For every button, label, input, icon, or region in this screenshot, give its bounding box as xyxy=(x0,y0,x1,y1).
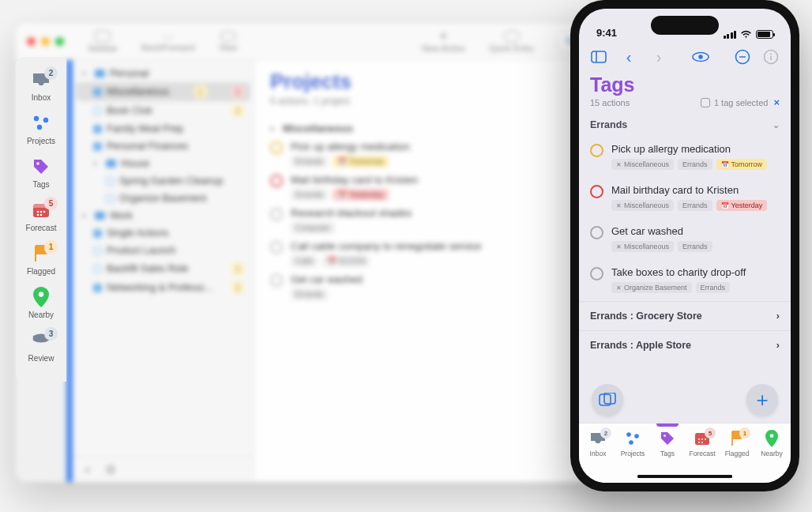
sidebar-icon[interactable] xyxy=(590,48,607,66)
perspective-projects[interactable]: Projects xyxy=(19,108,63,149)
traffic-lights[interactable] xyxy=(27,37,64,46)
tab-projects[interactable]: Projects xyxy=(616,430,649,457)
flagged-icon: 1 xyxy=(29,243,53,264)
forecast-icon: 5 xyxy=(693,430,712,447)
svg-rect-13 xyxy=(592,51,606,62)
svg-point-9 xyxy=(37,214,39,216)
checkbox-icon xyxy=(701,98,710,107)
svg-point-3 xyxy=(36,162,39,165)
svg-point-32 xyxy=(698,442,700,443)
tab-forecast[interactable]: 5Forecast xyxy=(686,430,719,457)
inbox-icon: 2 xyxy=(588,430,607,447)
svg-point-27 xyxy=(664,435,666,437)
tab-flagged[interactable]: 1Flagged xyxy=(720,430,754,457)
group-header-errands[interactable]: Errands⌄ xyxy=(579,113,791,137)
status-circle[interactable] xyxy=(590,144,603,157)
perspective-flagged[interactable]: 1Flagged xyxy=(19,239,63,279)
signal-icon xyxy=(724,31,737,39)
svg-point-26 xyxy=(629,440,633,445)
iphone-tabbar[interactable]: 2InboxProjectsTags5Forecast1FlaggedNearb… xyxy=(579,423,791,483)
back-icon[interactable]: ‹ xyxy=(620,48,637,66)
status-circle[interactable] xyxy=(590,267,603,280)
task-row[interactable]: Take boxes to charity drop-off✕Organize … xyxy=(579,260,791,301)
flagged-icon: 1 xyxy=(727,430,746,447)
svg-point-31 xyxy=(705,439,706,440)
svg-point-30 xyxy=(701,439,703,440)
tab-nearby[interactable]: Nearby xyxy=(755,430,788,457)
svg-point-10 xyxy=(40,214,43,216)
chevron-right-icon: › xyxy=(776,340,780,351)
cleanup-icon[interactable] xyxy=(734,48,751,66)
inbox-icon: 2 xyxy=(29,70,53,90)
iphone-frame: 9:41 ‹ › xyxy=(570,0,799,491)
perspective-tags[interactable]: Tags xyxy=(19,152,63,192)
task-row[interactable]: Pick up allergy medication✕Miscellaneous… xyxy=(579,137,791,178)
svg-point-24 xyxy=(626,432,631,437)
perspective-inbox[interactable]: 2Inbox xyxy=(19,65,63,105)
svg-point-8 xyxy=(43,211,46,213)
svg-point-25 xyxy=(634,434,639,439)
svg-point-29 xyxy=(698,439,700,440)
svg-point-2 xyxy=(37,125,42,130)
subgroup-apple[interactable]: Errands : Apple Store› xyxy=(579,330,791,360)
task-row[interactable]: Get car washed✕MiscellaneousErrands xyxy=(579,219,791,260)
svg-point-16 xyxy=(698,55,703,59)
page-title: Tags xyxy=(590,73,780,96)
svg-point-33 xyxy=(701,442,703,443)
subgroup-grocery[interactable]: Errands : Grocery Store› xyxy=(579,301,791,330)
forward-icon: › xyxy=(650,48,667,66)
svg-point-34 xyxy=(770,434,774,438)
nearby-icon xyxy=(29,287,53,307)
floating-buttons: + xyxy=(579,382,791,418)
svg-point-7 xyxy=(40,211,43,213)
review-icon: 3 xyxy=(29,330,53,351)
svg-point-20 xyxy=(770,54,772,55)
dynamic-island xyxy=(651,16,719,35)
status-circle[interactable] xyxy=(590,226,603,239)
nearby-icon xyxy=(762,430,781,447)
chevron-down-icon: ⌄ xyxy=(773,120,780,130)
close-icon[interactable]: × xyxy=(773,96,780,108)
svg-point-0 xyxy=(34,116,39,121)
tags-icon xyxy=(658,430,677,447)
projects-icon xyxy=(623,430,642,447)
wifi-icon xyxy=(740,30,752,39)
perspective-forecast[interactable]: 5Forecast xyxy=(19,195,63,235)
chevron-right-icon: › xyxy=(776,311,780,322)
iphone-header: Tags 15 actions 1 tag selected × xyxy=(579,72,791,113)
new-action-button[interactable]: + xyxy=(746,384,778,416)
view-icon[interactable] xyxy=(692,48,709,66)
perspectives-sidebar[interactable]: 2InboxProjectsTags5Forecast1FlaggedNearb… xyxy=(16,57,66,382)
outline-sidebar[interactable]: ▾Personal Miscellaneous11 Book Club1 Fam… xyxy=(73,60,254,482)
perspective-nearby[interactable]: Nearby xyxy=(19,282,63,322)
svg-point-6 xyxy=(37,211,39,213)
projects-icon xyxy=(29,113,53,134)
tags-icon xyxy=(29,156,53,177)
forecast-icon: 5 xyxy=(29,200,53,220)
svg-point-1 xyxy=(43,118,48,122)
tab-tags[interactable]: Tags xyxy=(651,430,684,457)
task-row[interactable]: Mail birthday card to Kristen✕Miscellane… xyxy=(579,178,791,219)
info-icon[interactable] xyxy=(762,48,780,66)
quick-open-button[interactable] xyxy=(592,384,623,416)
status-time: 9:41 xyxy=(596,27,617,39)
status-circle[interactable] xyxy=(590,185,603,198)
battery-icon xyxy=(756,30,773,39)
action-count: 15 actions xyxy=(590,98,630,107)
iphone-toolbar: ‹ › xyxy=(579,42,791,72)
svg-point-11 xyxy=(39,292,43,296)
tab-inbox[interactable]: 2Inbox xyxy=(581,430,615,457)
perspective-review[interactable]: 3Review xyxy=(19,326,63,366)
tag-selection[interactable]: 1 tag selected × xyxy=(701,96,780,108)
